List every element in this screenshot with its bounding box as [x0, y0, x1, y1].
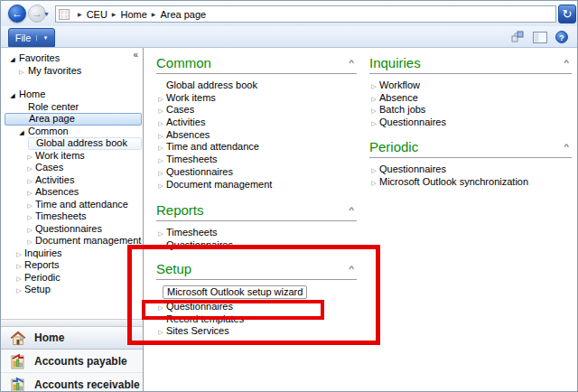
tree-label[interactable]: Reports: [24, 259, 60, 270]
collapsed-triangle-icon[interactable]: [369, 92, 378, 106]
tree-label[interactable]: Home: [19, 89, 45, 99]
menu-item-batch-jobs[interactable]: Batch jobs: [369, 104, 572, 117]
collapsed-triangle-icon[interactable]: [14, 259, 23, 273]
tree-item-my-favorites[interactable]: My favorites: [1, 65, 144, 78]
menu-item-sites-services[interactable]: Sites Services: [156, 325, 357, 338]
menu-item-label[interactable]: Record templates: [166, 313, 244, 324]
menu-item-timesheets-report[interactable]: Timesheets: [156, 227, 357, 239]
collapsed-triangle-icon[interactable]: [25, 223, 34, 237]
workspaces-icon[interactable]: [511, 31, 525, 43]
collapsed-triangle-icon[interactable]: [369, 104, 378, 117]
section-title[interactable]: Common^: [156, 55, 357, 74]
collapsed-triangle-icon[interactable]: [156, 104, 165, 117]
collapsed-triangle-icon[interactable]: [25, 174, 34, 188]
collapsed-triangle-icon[interactable]: [156, 92, 165, 106]
menu-item-record-templates[interactable]: Record templates: [156, 313, 357, 326]
tree-item-favorites[interactable]: Favorites: [1, 52, 144, 65]
menu-item-questionnaires-inquiry[interactable]: Questionnaires: [369, 117, 572, 129]
menu-item-workflow[interactable]: Workflow: [369, 79, 572, 92]
menu-item-cases[interactable]: Cases: [156, 104, 357, 117]
tree-item-timesheets[interactable]: Timesheets: [1, 210, 144, 223]
menu-item-label[interactable]: Timesheets: [166, 227, 217, 238]
menu-item-outlook-setup-wizard[interactable]: Microsoft Outlook setup wizard: [156, 285, 357, 301]
menu-item-label-focused[interactable]: Microsoft Outlook setup wizard: [163, 285, 307, 299]
menu-item-absence[interactable]: Absence: [369, 92, 572, 105]
collapsed-triangle-icon[interactable]: [17, 65, 26, 79]
tree-label[interactable]: Inquiries: [24, 247, 62, 258]
tree-item-activities[interactable]: Activities: [1, 174, 144, 187]
module-label[interactable]: Accounts receivable: [34, 378, 140, 391]
collapsed-triangle-icon[interactable]: [14, 247, 23, 261]
menu-item-questionnaires-report[interactable]: Questionnaires: [156, 239, 357, 252]
collapsed-triangle-icon[interactable]: [156, 179, 165, 192]
module-button-accounts-payable[interactable]: Accounts payable: [1, 350, 143, 373]
tree-label[interactable]: Work items: [35, 150, 85, 161]
tree-label[interactable]: Timesheets: [35, 210, 86, 221]
tree-item-time-and-attendance[interactable]: Time and attendance: [1, 199, 144, 211]
menu-item-time-and-attendance[interactable]: Time and attendance: [156, 141, 357, 154]
collapse-chevron-icon[interactable]: ^: [349, 206, 354, 214]
collapsed-triangle-icon[interactable]: [156, 301, 165, 314]
collapsed-triangle-icon[interactable]: [369, 163, 378, 177]
collapsed-triangle-icon[interactable]: [14, 272, 23, 285]
collapsed-triangle-icon[interactable]: [25, 210, 34, 224]
tree-item-area-page-selected[interactable]: Area page: [5, 113, 142, 126]
collapsed-triangle-icon[interactable]: [156, 129, 165, 143]
breadcrumb-item-area-page[interactable]: Area page: [160, 9, 206, 20]
tree-item-setup[interactable]: Setup: [1, 284, 144, 296]
menu-item-label[interactable]: Timesheets: [166, 154, 217, 164]
collapsed-triangle-icon[interactable]: [156, 117, 165, 130]
menu-item-label[interactable]: Microsoft Outlook synchronization: [379, 176, 528, 187]
tree-label[interactable]: Favorites: [19, 52, 60, 63]
tree-label[interactable]: Role center: [28, 101, 79, 112]
address-bar[interactable]: ▶ CEU ▶ Home ▶ Area page: [55, 5, 556, 23]
menu-item-label[interactable]: Questionnaires: [166, 166, 233, 177]
menu-item-label[interactable]: Global address book: [166, 79, 257, 90]
file-menu-button[interactable]: File ▼: [8, 28, 55, 47]
menu-item-label[interactable]: Batch jobs: [379, 104, 425, 115]
tree-item-home[interactable]: Home: [1, 89, 144, 101]
module-label[interactable]: Accounts payable: [34, 355, 127, 368]
collapsed-triangle-icon[interactable]: [25, 235, 34, 248]
collapse-chevron-icon[interactable]: ^: [564, 143, 569, 151]
tree-label[interactable]: Common: [28, 126, 69, 136]
menu-item-label[interactable]: Document management: [166, 179, 272, 190]
menu-item-global-address-book[interactable]: Global address book: [156, 79, 357, 92]
collapsed-triangle-icon[interactable]: [25, 186, 34, 200]
collapsed-triangle-icon[interactable]: [369, 176, 378, 190]
collapsed-triangle-icon[interactable]: [25, 162, 34, 175]
menu-item-questionnaires[interactable]: Questionnaires: [156, 166, 357, 179]
tree-item-periodic[interactable]: Periodic: [1, 272, 144, 285]
breadcrumb-item-ceu[interactable]: CEU: [87, 9, 107, 20]
module-label[interactable]: Home: [34, 331, 64, 344]
tree-label[interactable]: Absences: [35, 186, 79, 197]
tree-label[interactable]: Questionnaires: [35, 223, 102, 234]
tree-label[interactable]: Document management: [35, 235, 141, 246]
breadcrumb-item-home[interactable]: Home: [120, 9, 146, 20]
tree-item-questionnaires[interactable]: Questionnaires: [1, 223, 144, 236]
tree-label[interactable]: Activities: [35, 174, 74, 185]
menu-item-label[interactable]: Absence: [379, 92, 418, 103]
menu-item-label[interactable]: Work items: [166, 92, 216, 103]
module-button-home[interactable]: Home: [1, 326, 143, 350]
tree-label[interactable]: My favorites: [28, 65, 81, 76]
collapse-chevron-icon[interactable]: ^: [564, 59, 569, 67]
tree-item-role-center[interactable]: Role center: [1, 101, 144, 114]
tree-item-cases[interactable]: Cases: [1, 162, 144, 174]
module-button-accounts-receivable[interactable]: Accounts receivable: [1, 373, 143, 392]
menu-item-label[interactable]: Time and attendance: [166, 141, 259, 152]
expanded-triangle-icon[interactable]: [8, 89, 17, 102]
expanded-triangle-icon[interactable]: [17, 126, 26, 139]
menu-item-questionnaires-periodic[interactable]: Questionnaires: [369, 163, 572, 176]
refresh-go-button[interactable]: ↻: [558, 5, 576, 23]
nav-history-dropdown-icon[interactable]: ▼: [43, 11, 50, 17]
tree-item-document-management[interactable]: Document management: [1, 235, 144, 247]
pane-splitter[interactable]: [1, 319, 143, 326]
tree-item-common[interactable]: Common: [1, 126, 144, 138]
menu-item-label[interactable]: Questionnaires: [166, 301, 233, 312]
menu-item-label[interactable]: Questionnaires: [166, 239, 233, 250]
collapsed-triangle-icon[interactable]: [156, 141, 165, 154]
tree-item-inquiries[interactable]: Inquiries: [1, 247, 144, 260]
tree-item-work-items[interactable]: Work items: [1, 150, 144, 163]
collapse-chevron-icon[interactable]: ^: [349, 59, 354, 67]
